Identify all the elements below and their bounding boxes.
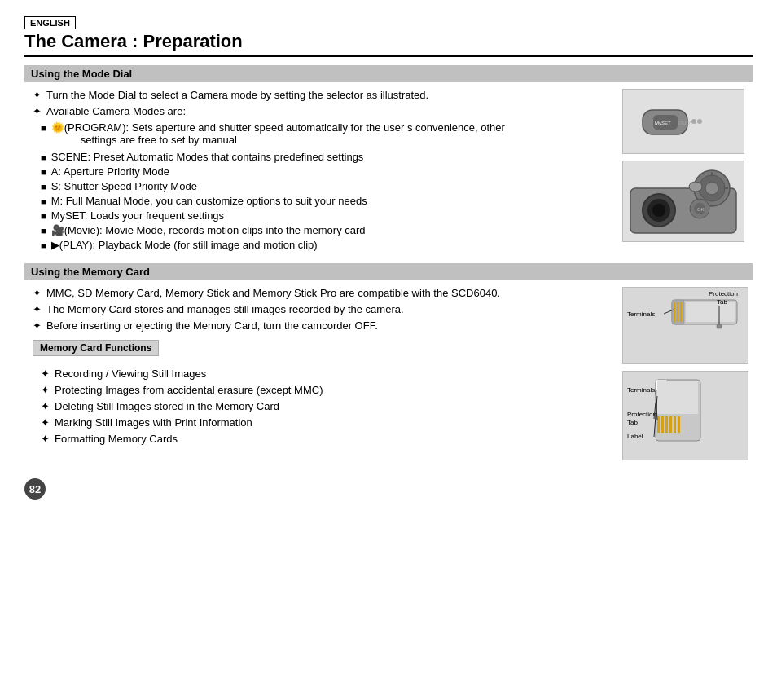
svg-rect-38 [674, 416, 676, 433]
mode-item-1: SCENE: Preset Automatic Modes that conta… [51, 151, 364, 163]
svg-rect-23 [677, 302, 678, 322]
cross-icon-1: ✦ [33, 89, 42, 101]
sq-icon-7: ■ [41, 240, 46, 250]
section1-images: MySET ENJOY [622, 89, 753, 253]
memory-card-top-image: Terminals Protection Tab [622, 287, 748, 364]
camera-dial-image: OK [622, 161, 744, 242]
svg-text:ENJOY: ENJOY [678, 121, 693, 125]
svg-point-13 [689, 182, 702, 192]
mode-item-6: 🎥(Movie): Movie Mode, records motion cli… [51, 224, 366, 236]
mode-item-0: 🌞(PROGRAM): Sets aperture and shutter sp… [51, 121, 505, 134]
svg-text:Terminals: Terminals [627, 310, 655, 318]
section2-bullet2: The Memory Card stores and manages still… [46, 303, 404, 315]
sq-icon-5: ■ [41, 211, 46, 221]
cross-icon-5: ✦ [33, 319, 42, 332]
section1-header: Using the Mode Dial [24, 65, 753, 82]
mode-item-4: M: Full Manual Mode, you can customize o… [51, 195, 367, 207]
function-item-4: ✦Formatting Memory Cards [33, 433, 614, 445]
sq-icon-3: ■ [41, 182, 46, 192]
sq-icon-4: ■ [41, 196, 46, 206]
mode-item-2: A: Aperture Priority Mode [51, 165, 169, 178]
english-badge: ENGLISH [24, 16, 76, 29]
svg-text:OK: OK [697, 207, 705, 212]
mode-dial-small-image: MySET ENJOY [622, 89, 744, 154]
svg-point-9 [705, 182, 718, 195]
svg-point-5 [697, 119, 702, 124]
function-item-0: ✦Recording / Viewing Still Images [33, 368, 614, 380]
sq-icon-1: ■ [41, 152, 46, 162]
svg-text:Tab: Tab [627, 419, 638, 426]
svg-rect-37 [669, 416, 672, 433]
mode-item-5: MySET: Loads your frequent settings [51, 209, 224, 222]
sq-icon-6: ■ [41, 226, 46, 236]
page-number: 82 [24, 478, 46, 500]
svg-point-16 [652, 204, 665, 217]
svg-rect-36 [665, 416, 668, 433]
sq-icon-2: ■ [41, 167, 46, 177]
section2-header: Using the Memory Card [24, 263, 753, 280]
section2-bullet3: Before inserting or ejecting the Memory … [46, 319, 378, 332]
cross-icon-fn-0: ✦ [41, 368, 50, 380]
svg-rect-39 [678, 416, 680, 433]
svg-text:Tab: Tab [717, 298, 727, 306]
svg-rect-22 [674, 302, 675, 322]
cross-icon-fn-3: ✦ [41, 416, 50, 429]
main-title: The Camera : Preparation [24, 31, 753, 57]
sq-icon-0: ■ [41, 123, 46, 133]
section1-bullet1: Turn the Mode Dial to select a Camera mo… [46, 89, 428, 101]
svg-text:Terminals: Terminals [627, 386, 655, 394]
svg-rect-34 [657, 416, 660, 433]
memory-card-bottom-image: Terminals Protection Tab Label [622, 371, 748, 460]
svg-rect-25 [686, 302, 735, 322]
section1-bullet2: Available Camera Modes are: [46, 105, 186, 117]
function-item-3: ✦Marking Still Images with Print Informa… [33, 416, 614, 429]
function-item-1: ✦Protecting Images from accidental erasu… [33, 384, 614, 396]
svg-text:MySET: MySET [655, 121, 671, 125]
svg-rect-31 [717, 324, 722, 328]
mode-item-3: S: Shutter Speed Priority Mode [51, 180, 197, 192]
mode-item-0-indent: settings are free to set by manual [81, 134, 505, 146]
section2-bullet1: MMC, SD Memory Card, Memory Stick and Me… [46, 287, 500, 299]
mode-item-7: ▶(PLAY): Playback Mode (for still image … [51, 239, 318, 251]
svg-rect-24 [680, 302, 682, 322]
svg-point-4 [691, 119, 696, 124]
cross-icon-4: ✦ [33, 303, 42, 315]
svg-text:Protection: Protection [627, 411, 656, 418]
svg-rect-40 [657, 381, 698, 414]
cross-icon-fn-2: ✦ [41, 400, 50, 412]
cross-icon-3: ✦ [33, 287, 42, 299]
svg-text:Protection: Protection [709, 290, 738, 297]
memory-card-images: Terminals Protection Tab [622, 287, 753, 460]
cross-icon-2: ✦ [33, 105, 42, 117]
memory-functions-header: Memory Card Functions [33, 340, 159, 356]
cross-icon-fn-4: ✦ [41, 433, 50, 445]
function-item-2: ✦Deleting Still Images stored in the Mem… [33, 400, 614, 412]
svg-rect-35 [661, 416, 664, 433]
cross-icon-fn-1: ✦ [41, 384, 50, 396]
svg-text:Label: Label [627, 433, 643, 440]
